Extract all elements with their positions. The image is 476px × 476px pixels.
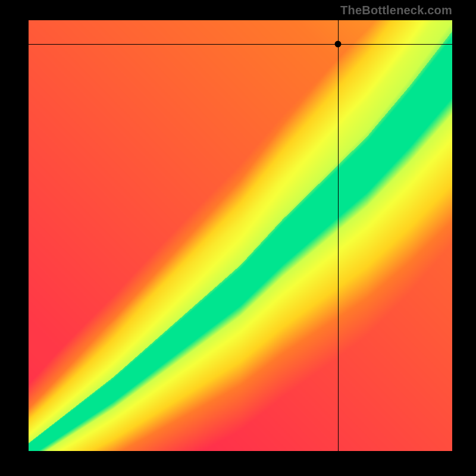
chart-frame: TheBottleneck.com — [0, 0, 476, 476]
heatmap-plot-area — [29, 20, 452, 451]
bottleneck-heatmap — [29, 20, 452, 451]
crosshair-vertical — [338, 20, 339, 451]
data-point-marker — [334, 40, 341, 47]
crosshair-horizontal — [29, 44, 452, 45]
attribution-label: TheBottleneck.com — [340, 4, 452, 17]
